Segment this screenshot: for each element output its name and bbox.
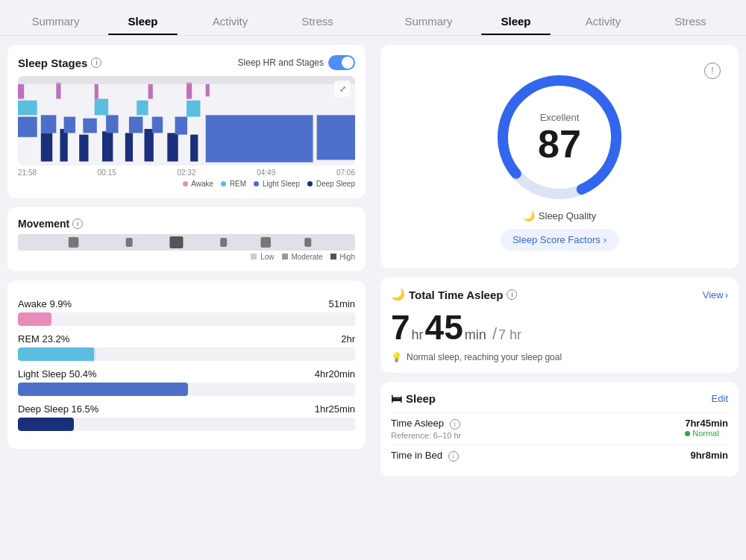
deep-sleep-stage-header: Deep Sleep 16.5% 1hr25min [18,403,355,415]
time-asleep-label-group: Time Asleep i Reference: 6–10 hr [391,418,461,440]
time-min-unit: min [465,327,486,343]
score-card: ! Excellent 87 🌙 Sleep Quality Sleep Sco [380,45,739,268]
sleep-stages-header: Sleep Stages i Sleep HR and Stages [18,55,355,70]
svg-rect-25 [95,84,98,99]
right-tab-stress[interactable]: Stress [647,9,734,35]
total-time-asleep-card: 🌙 Total Time Asleep i View › 7 hr 45 min… [380,277,739,373]
score-container: ! Excellent 87 🌙 Sleep Quality Sleep Sco [391,55,728,258]
svg-rect-26 [148,84,153,99]
sleep-hr-toggle-switch[interactable] [328,55,355,70]
svg-rect-34 [220,238,227,247]
movement-title: Movement i [18,218,355,230]
expand-chart-icon[interactable]: ⤢ [334,81,351,97]
sleep-score-factors-button[interactable]: Sleep Score Factors › [501,229,618,251]
time-goal: 7 hr [498,327,521,343]
alert-info-icon[interactable]: ! [704,63,721,79]
svg-rect-16 [175,117,187,135]
time-minutes: 45 [425,307,463,347]
rem-stage-header: REM 23.2% 2hr [18,333,355,345]
left-panel: Summary Sleep Activity Stress Sleep Stag… [0,0,373,560]
time-in-bed-value: 9hr8min [690,450,728,461]
svg-rect-32 [126,238,133,247]
rem-legend-dot [221,181,226,186]
awake-legend-dot [183,181,188,186]
moderate-legend-sq [282,254,288,259]
svg-rect-17 [206,115,313,162]
light-sleep-bar-bg [18,383,355,396]
right-panel: Summary Sleep Activity Stress ! Excellen… [373,0,746,560]
svg-rect-8 [190,135,198,162]
rem-bar-bg [18,347,355,361]
left-tab-summary[interactable]: Summary [12,9,99,35]
svg-rect-12 [83,119,96,133]
svg-rect-14 [129,117,142,133]
svg-rect-31 [69,237,79,248]
svg-rect-7 [167,133,178,161]
svg-rect-33 [169,236,183,248]
time-hr-unit: hr [412,327,424,343]
edit-button[interactable]: Edit [712,393,728,404]
time-in-bed-label: Time in Bed i [391,450,459,462]
movement-info-icon[interactable]: i [72,218,83,229]
score-value: 87 [538,125,581,163]
legend-light-sleep: Light Sleep [254,180,300,188]
left-tab-sleep[interactable]: Sleep [99,9,186,35]
chevron-right-icon: › [604,234,606,245]
tip-row: 💡 Normal sleep, reaching your sleep goal [391,352,728,362]
deep-sleep-legend-dot [307,181,313,186]
awake-stage-header: Awake 9.9% 51min [18,298,355,309]
light-sleep-legend-dot [254,181,259,186]
time-asleep-label: Time Asleep i [391,418,461,430]
left-nav-tabs: Summary Sleep Activity Stress [0,0,373,36]
svg-rect-19 [18,101,37,116]
time-asleep-info-icon[interactable]: i [450,419,460,430]
time-asleep-value-group: 7hr45min Normal [685,418,728,438]
right-tab-summary[interactable]: Summary [385,9,472,35]
tip-text: Normal sleep, reaching your sleep goal [407,352,562,362]
sleep-bed-icon: 🛏 [391,392,402,405]
time-display: 7 hr 45 min / 7 hr [391,307,728,347]
movement-bar [18,234,355,251]
score-inner: Excellent 87 [538,112,581,163]
svg-rect-35 [260,237,271,248]
time-asleep-row: Time Asleep i Reference: 6–10 hr 7hr45mi… [391,412,728,444]
legend-deep-sleep: Deep Sleep [307,180,355,188]
time-in-bed-info-icon[interactable]: i [448,451,459,462]
normal-dot [685,431,690,436]
rem-stage-row: REM 23.2% 2hr [18,333,355,361]
sleep-detail-card: 🛏 Sleep Edit Time Asleep i Reference: 6–… [380,382,739,476]
right-tab-activity[interactable]: Activity [560,9,647,35]
sleep-hr-toggle-row: Sleep HR and Stages [238,55,355,70]
svg-rect-4 [102,131,113,161]
awake-stage-row: Awake 9.9% 51min [18,298,355,326]
svg-rect-1 [41,133,52,161]
legend-high: High [330,253,355,261]
right-tab-sleep[interactable]: Sleep [472,9,560,35]
svg-rect-22 [186,101,200,117]
light-sleep-stage-row: Light Sleep 50.4% 4hr20min [18,368,355,396]
rem-bar-fill [18,347,96,361]
left-tab-activity[interactable]: Activity [186,9,274,35]
sleep-quality-row: 🌙 Sleep Quality [523,210,596,221]
svg-rect-3 [79,135,88,162]
time-hours: 7 [391,307,410,347]
total-time-moon-icon: 🌙 [391,288,405,301]
svg-rect-27 [186,83,192,99]
score-circle: Excellent 87 [492,70,627,204]
left-tab-stress[interactable]: Stress [274,9,361,35]
total-time-info-icon[interactable]: i [507,289,517,300]
svg-rect-11 [64,117,75,133]
time-in-bed-label-group: Time in Bed i [391,450,459,462]
sleep-detail-header: 🛏 Sleep Edit [391,392,728,405]
legend-awake: Awake [183,180,213,188]
svg-rect-36 [304,238,311,247]
sleep-stages-info-icon[interactable]: i [91,57,101,68]
score-quality-label: Excellent [538,112,581,123]
view-button[interactable]: View › [703,289,728,301]
svg-rect-5 [125,133,133,161]
deep-sleep-stage-row: Deep Sleep 16.5% 1hr25min [18,403,355,431]
deep-sleep-bar-bg [18,418,355,431]
awake-bar-bg [18,312,355,326]
svg-rect-23 [18,84,24,99]
deep-sleep-bar-fill [18,418,74,431]
